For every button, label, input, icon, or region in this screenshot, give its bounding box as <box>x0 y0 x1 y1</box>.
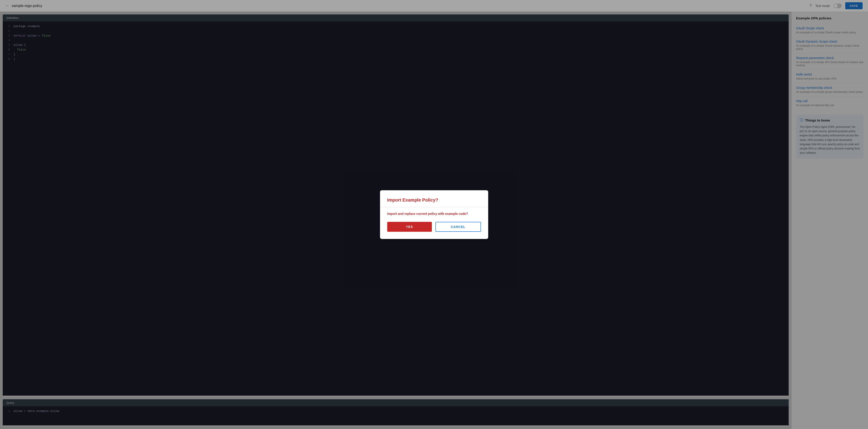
modal-overlay: Import Example Policy? Import and replac… <box>0 0 868 429</box>
modal-dialog: Import Example Policy? Import and replac… <box>380 190 488 239</box>
cancel-button[interactable]: CANCEL <box>435 222 481 232</box>
modal-title: Import Example Policy? <box>387 197 481 203</box>
modal-actions: YES CANCEL <box>387 222 481 232</box>
yes-button[interactable]: YES <box>387 222 432 232</box>
modal-body: Import and replace current policy with e… <box>387 212 481 216</box>
